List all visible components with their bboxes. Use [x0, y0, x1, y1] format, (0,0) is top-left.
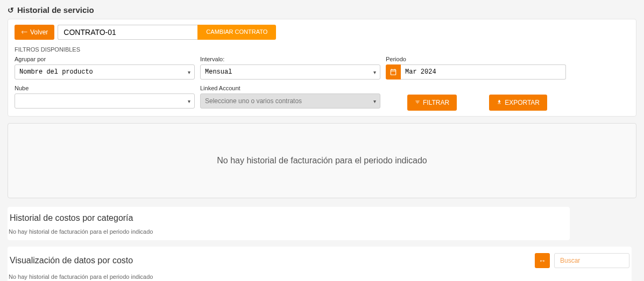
page-header: ↺ Historial de servicio: [0, 0, 644, 19]
change-contract-button[interactable]: CAMBIAR CONTRATO: [197, 25, 276, 40]
category-cost-title: Historial de costos por categoría: [10, 213, 133, 223]
period-label: Periodo: [386, 56, 566, 62]
cost-visualization-note: No hay historial de facturación para el …: [9, 273, 629, 281]
cost-visualization-panel: Visualización de datos por costo ↔ No ha…: [8, 247, 632, 281]
interval-select[interactable]: [200, 64, 380, 80]
filter-actions: FILTRAR EXPORTAR: [386, 85, 566, 111]
period-field: Periodo: [386, 56, 566, 80]
calendar-icon[interactable]: [386, 64, 401, 80]
cloud-select[interactable]: [15, 93, 195, 109]
change-contract-label: CAMBIAR CONTRATO: [206, 28, 267, 36]
history-icon: ↺: [8, 6, 14, 15]
contract-input[interactable]: [58, 25, 197, 40]
group-by-select[interactable]: [15, 64, 195, 80]
filter-icon: [415, 98, 420, 107]
arrows-h-icon: ↔: [539, 256, 546, 265]
category-cost-panel: Historial de costos por categoría No hay…: [8, 207, 570, 240]
download-icon: [497, 98, 502, 107]
category-cost-note: No hay historial de facturación para el …: [9, 228, 568, 240]
cost-visualization-title: Visualización de datos por costo: [10, 256, 133, 265]
group-by-field: Agrupar por: [15, 56, 195, 80]
interval-label: Intervalo:: [200, 56, 380, 62]
cloud-field: Nube: [15, 85, 195, 111]
linked-account-field: Linked Account: [200, 85, 380, 111]
period-input[interactable]: [401, 64, 566, 80]
filters-panel: 🡐 Volver CAMBIAR CONTRATO FILTROS DISPON…: [8, 19, 636, 117]
billing-history-panel: No hay historial de facturación para el …: [8, 123, 636, 198]
page-title: Historial de servicio: [17, 5, 94, 15]
back-button[interactable]: 🡐 Volver: [15, 25, 54, 40]
export-button-label: EXPORTAR: [505, 98, 540, 107]
search-input[interactable]: [554, 253, 629, 268]
empty-state-message: No hay historial de facturación para el …: [217, 156, 427, 165]
group-by-label: Agrupar por: [15, 56, 195, 62]
interval-field: Intervalo:: [200, 56, 380, 80]
filter-button-label: FILTRAR: [423, 98, 449, 107]
linked-account-label: Linked Account: [200, 85, 380, 91]
filter-button[interactable]: FILTRAR: [407, 95, 457, 111]
back-button-label: Volver: [30, 28, 48, 37]
arrow-left-icon: 🡐: [21, 28, 27, 37]
linked-account-select[interactable]: [200, 93, 380, 109]
filters-section-label: FILTROS DISPONIBLES: [15, 46, 629, 53]
expand-button[interactable]: ↔: [535, 253, 550, 268]
cloud-label: Nube: [15, 85, 195, 91]
export-button[interactable]: EXPORTAR: [489, 95, 547, 111]
